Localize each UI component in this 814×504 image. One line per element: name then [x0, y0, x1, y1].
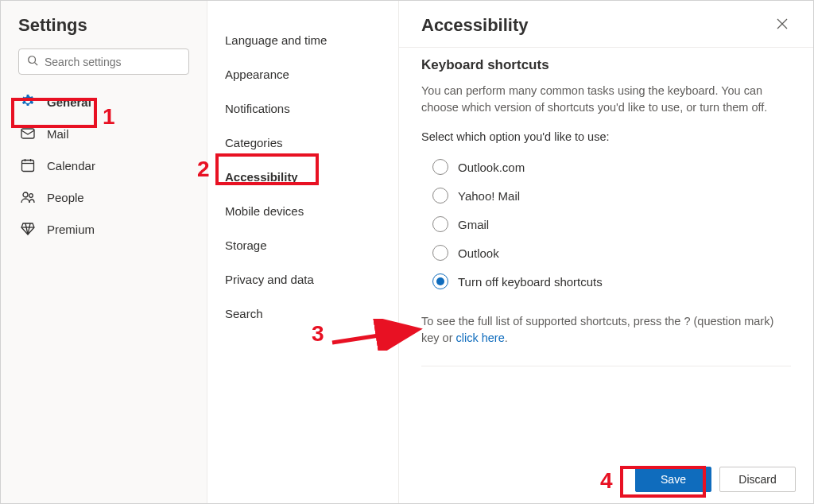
sub-search[interactable]: Search: [207, 297, 398, 331]
close-icon: [777, 18, 788, 32]
sub-language-time[interactable]: Language and time: [207, 23, 398, 57]
radio-turn-off[interactable]: Turn off keyboard shortcuts: [432, 267, 791, 296]
svg-point-0: [29, 56, 36, 64]
search-input[interactable]: [45, 56, 184, 68]
svg-rect-3: [22, 161, 34, 172]
svg-line-1: [35, 63, 38, 66]
section-description: You can perform many common tasks using …: [421, 83, 791, 116]
mail-icon: [20, 126, 36, 142]
sub-appearance[interactable]: Appearance: [207, 57, 398, 91]
footnote: To see the full list of supported shortc…: [421, 313, 791, 347]
nav-calendar[interactable]: Calendar: [1, 149, 207, 181]
radio-label: Outlook.com: [458, 161, 525, 174]
divider: [421, 366, 791, 366]
radio-yahoo-mail[interactable]: Yahoo! Mail: [432, 181, 791, 210]
sub-notifications[interactable]: Notifications: [207, 91, 398, 126]
radio-icon: [432, 159, 448, 175]
diamond-icon: [20, 221, 36, 237]
content-panel: Accessibility Keyboard shortcuts You can…: [398, 1, 813, 503]
radio-outlook-com[interactable]: Outlook.com: [432, 153, 791, 181]
sub-categories[interactable]: Categories: [207, 126, 398, 160]
nav-mail[interactable]: Mail: [1, 118, 207, 149]
primary-sidebar: Settings General Mail C: [1, 1, 207, 503]
select-label: Select which option you'd like to use:: [421, 130, 791, 143]
nav-people[interactable]: People: [1, 181, 207, 213]
sub-mobile-devices[interactable]: Mobile devices: [207, 194, 398, 228]
discard-button[interactable]: Discard: [719, 467, 796, 492]
footnote-text-end: .: [505, 331, 508, 344]
nav-label: People: [47, 191, 84, 204]
radio-label: Outlook: [458, 246, 499, 260]
search-box[interactable]: [18, 48, 189, 75]
nav-general[interactable]: General: [1, 86, 207, 118]
radio-icon: [432, 273, 448, 289]
svg-rect-2: [21, 129, 34, 138]
panel-title: Accessibility: [421, 15, 529, 36]
gear-icon: [20, 94, 36, 110]
radio-icon: [432, 245, 448, 261]
svg-point-7: [23, 192, 28, 197]
calendar-icon: [20, 157, 36, 173]
click-here-link[interactable]: click here: [456, 331, 505, 344]
save-button[interactable]: Save: [635, 467, 711, 492]
radio-outlook[interactable]: Outlook: [432, 238, 791, 267]
section-heading: Keyboard shortcuts: [421, 57, 791, 73]
radio-label: Yahoo! Mail: [458, 189, 520, 203]
nav-premium[interactable]: Premium: [1, 213, 207, 245]
nav-label: Calendar: [47, 159, 95, 173]
settings-title: Settings: [1, 15, 207, 48]
nav-label: General: [47, 95, 91, 109]
people-icon: [20, 189, 36, 205]
sub-sidebar: Language and time Appearance Notificatio…: [207, 1, 398, 503]
nav-label: Premium: [47, 223, 95, 236]
radio-icon: [432, 216, 448, 232]
radio-label: Gmail: [458, 218, 489, 231]
sub-accessibility[interactable]: Accessibility: [207, 160, 398, 194]
radio-group: Outlook.com Yahoo! Mail Gmail Outlook Tu…: [421, 153, 791, 296]
nav-label: Mail: [47, 127, 69, 141]
radio-icon: [432, 188, 448, 204]
sub-privacy-data[interactable]: Privacy and data: [207, 262, 398, 297]
radio-gmail[interactable]: Gmail: [432, 210, 791, 238]
svg-point-8: [29, 194, 33, 198]
close-button[interactable]: [773, 15, 791, 36]
search-icon: [27, 55, 38, 68]
radio-label: Turn off keyboard shortcuts: [458, 275, 603, 289]
sub-storage[interactable]: Storage: [207, 228, 398, 262]
